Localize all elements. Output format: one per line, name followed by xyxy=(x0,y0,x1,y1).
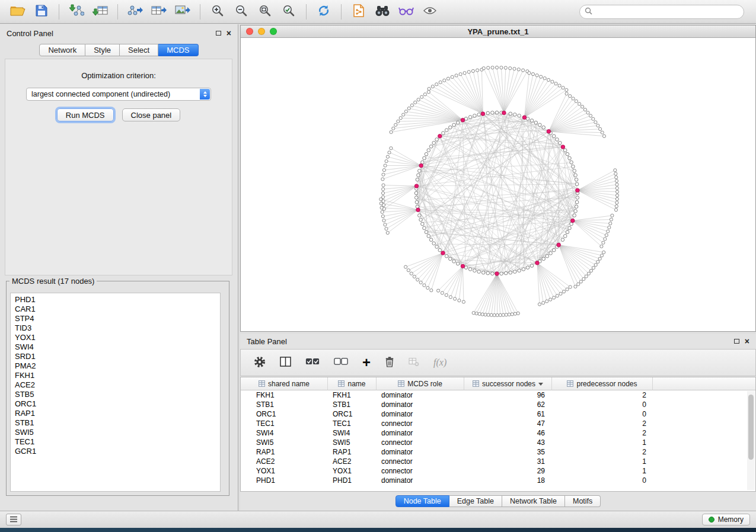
mcds-result-item[interactable]: RAP1 xyxy=(15,409,216,418)
dominator-node[interactable] xyxy=(461,264,465,268)
dominator-node[interactable] xyxy=(414,184,419,188)
network-node[interactable] xyxy=(530,264,534,268)
network-node[interactable] xyxy=(528,72,531,75)
dominator-node[interactable] xyxy=(547,130,551,134)
network-node[interactable] xyxy=(577,283,580,286)
mcds-result-list[interactable]: PHD1CAR1STP4TID3YOX1SWI4SRD1PMA2FKH1ACE2… xyxy=(10,293,221,492)
network-node[interactable] xyxy=(549,298,552,301)
network-node[interactable] xyxy=(589,114,592,117)
network-node[interactable] xyxy=(530,119,534,123)
network-node[interactable] xyxy=(451,75,454,78)
network-node[interactable] xyxy=(558,84,561,87)
mcds-result-item[interactable]: PMA2 xyxy=(15,361,216,371)
network-node[interactable] xyxy=(522,268,525,271)
network-node[interactable] xyxy=(382,188,385,191)
network-node[interactable] xyxy=(394,123,397,126)
network-node[interactable] xyxy=(419,281,422,284)
open-file-button[interactable] xyxy=(6,2,30,21)
network-node[interactable] xyxy=(484,313,487,316)
network-node[interactable] xyxy=(390,147,393,150)
network-node[interactable] xyxy=(583,108,586,111)
network-node[interactable] xyxy=(414,191,418,195)
close-panel-icon[interactable]: × xyxy=(745,338,749,345)
zoom-selected-button[interactable] xyxy=(277,2,301,21)
network-node[interactable] xyxy=(518,114,521,118)
network-node[interactable] xyxy=(556,294,559,297)
network-node[interactable] xyxy=(437,289,440,292)
network-node[interactable] xyxy=(566,230,569,234)
network-node[interactable] xyxy=(425,230,428,234)
network-node[interactable] xyxy=(468,116,472,119)
network-node[interactable] xyxy=(615,197,618,200)
network-node[interactable] xyxy=(517,68,520,71)
network-node[interactable] xyxy=(602,251,605,254)
maximize-window-button[interactable] xyxy=(270,28,277,35)
network-node[interactable] xyxy=(454,297,457,300)
network-node[interactable] xyxy=(407,107,410,110)
network-node[interactable] xyxy=(416,178,419,181)
network-node[interactable] xyxy=(576,196,579,200)
network-canvas[interactable] xyxy=(241,38,755,331)
network-node[interactable] xyxy=(456,121,460,124)
export-table-button[interactable] xyxy=(147,2,171,21)
network-node[interactable] xyxy=(599,127,602,130)
save-session-button[interactable] xyxy=(30,2,53,21)
network-node[interactable] xyxy=(600,245,603,248)
column-header-MCDS-role[interactable]: MCDS role xyxy=(377,377,464,390)
create-column-button[interactable]: + xyxy=(362,357,371,368)
network-node[interactable] xyxy=(610,218,613,221)
mcds-result-item[interactable]: CAR1 xyxy=(15,305,216,314)
export-network-button[interactable] xyxy=(123,2,147,21)
zoom-in-button[interactable] xyxy=(206,2,229,21)
network-node[interactable] xyxy=(565,88,568,91)
panel-menu-button[interactable] xyxy=(6,514,21,525)
network-node[interactable] xyxy=(605,233,608,236)
network-node[interactable] xyxy=(538,303,541,306)
network-node[interactable] xyxy=(575,100,578,102)
network-node[interactable] xyxy=(573,214,576,217)
network-node[interactable] xyxy=(446,77,449,80)
network-node[interactable] xyxy=(569,286,572,289)
network-node[interactable] xyxy=(572,165,575,168)
network-node[interactable] xyxy=(518,269,521,273)
network-node[interactable] xyxy=(390,130,393,133)
network-node[interactable] xyxy=(543,77,546,80)
network-node[interactable] xyxy=(414,101,417,104)
network-node[interactable] xyxy=(561,238,564,242)
network-node[interactable] xyxy=(491,111,495,114)
network-node[interactable] xyxy=(614,209,617,211)
network-node[interactable] xyxy=(572,97,575,100)
mcds-result-item[interactable]: GCR1 xyxy=(15,447,216,456)
unselect-all-columns-button[interactable] xyxy=(334,358,348,367)
network-node[interactable] xyxy=(596,124,599,127)
table-row[interactable]: ORC1ORC1dominator610 xyxy=(241,409,755,419)
show-all-button[interactable] xyxy=(418,2,442,21)
tab-motifs[interactable]: Motifs xyxy=(565,495,601,507)
mcds-result-item[interactable]: TID3 xyxy=(15,323,216,333)
network-node[interactable] xyxy=(490,313,493,316)
network-node[interactable] xyxy=(614,172,617,175)
network-node[interactable] xyxy=(614,169,617,172)
network-node[interactable] xyxy=(381,191,384,194)
network-node[interactable] xyxy=(491,66,494,69)
network-node[interactable] xyxy=(427,91,430,94)
network-node[interactable] xyxy=(382,184,385,187)
network-node[interactable] xyxy=(473,114,477,118)
network-node[interactable] xyxy=(384,164,387,167)
network-node[interactable] xyxy=(481,271,485,274)
network-node[interactable] xyxy=(425,152,428,156)
network-node[interactable] xyxy=(568,156,572,160)
network-node[interactable] xyxy=(414,196,418,200)
network-node[interactable] xyxy=(462,300,465,303)
network-node[interactable] xyxy=(416,278,419,281)
scrollbar-thumb[interactable] xyxy=(748,395,754,460)
network-node[interactable] xyxy=(496,313,499,316)
network-node[interactable] xyxy=(418,214,422,217)
network-node[interactable] xyxy=(598,257,601,260)
network-node[interactable] xyxy=(538,123,542,127)
dominator-node[interactable] xyxy=(571,219,575,223)
network-node[interactable] xyxy=(563,149,567,152)
network-node[interactable] xyxy=(435,138,439,142)
network-node[interactable] xyxy=(570,161,573,164)
network-node[interactable] xyxy=(609,222,612,225)
